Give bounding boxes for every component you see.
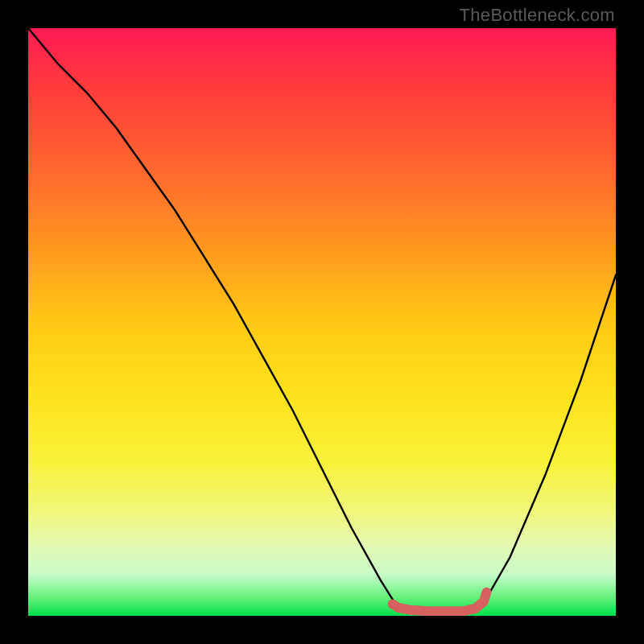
watermark-text: TheBottleneck.com xyxy=(460,5,615,26)
optimal-range-marker xyxy=(393,592,487,611)
chart-svg xyxy=(28,28,616,616)
bottleneck-curve xyxy=(28,28,616,613)
optimal-start-dot xyxy=(389,600,397,608)
chart-container: TheBottleneck.com xyxy=(0,0,644,644)
plot-area xyxy=(28,28,616,616)
